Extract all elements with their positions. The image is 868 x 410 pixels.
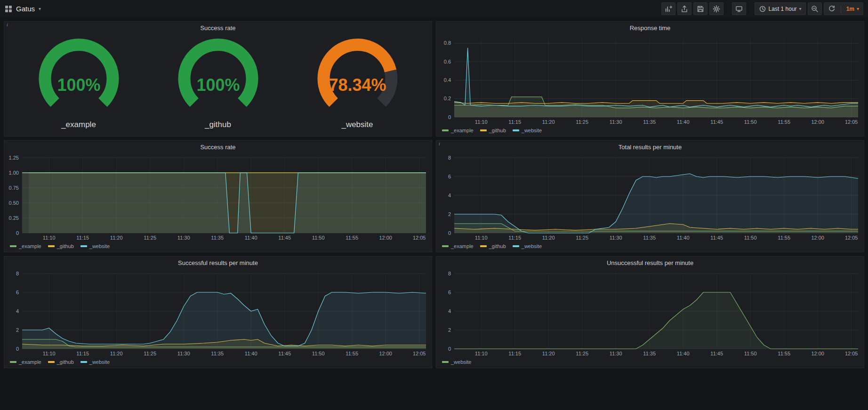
x-tick-label: 11:20 (542, 235, 555, 241)
legend-item-website[interactable]: _website (442, 359, 471, 365)
panel-header: Total results per minute (436, 141, 864, 153)
legend-item-github[interactable]: _github (48, 243, 74, 249)
legend-series-label: _example (19, 243, 41, 249)
x-tick-label: 11:55 (346, 351, 358, 356)
y-tick-label: 1.00 (9, 170, 19, 176)
divider (841, 5, 841, 13)
y-tick-label: 0 (448, 346, 451, 352)
x-tick-label: 11:25 (576, 235, 588, 241)
refresh-interval-label[interactable]: 1m (846, 6, 854, 12)
x-tick-label: 11:50 (744, 119, 757, 125)
legend-series-icon (10, 245, 16, 247)
cycle-view-button[interactable] (732, 2, 746, 15)
legend-item-github[interactable]: _github (48, 359, 74, 365)
y-tick-label: 2 (16, 327, 19, 333)
legend-item-github[interactable]: _github (480, 128, 506, 133)
gauge-value: 100% (57, 75, 100, 95)
gauge-row: 100% _example 100% _github 78.34% _webs (4, 34, 432, 136)
gauge-arc: 100% (24, 38, 134, 119)
x-tick-label: 11:10 (43, 351, 56, 356)
total-results-chart[interactable]: 0246811:1011:1511:2011:2511:3011:3511:40… (436, 153, 864, 242)
x-tick-label: 11:55 (778, 119, 790, 125)
x-tick-label: 11:35 (211, 235, 224, 241)
chart-legend: _website (436, 358, 864, 368)
panel-title[interactable]: Success rate (200, 144, 235, 151)
y-tick-label: 0.6 (444, 59, 451, 64)
zoom-out-button[interactable] (808, 2, 822, 15)
legend-item-example[interactable]: _example (10, 359, 41, 365)
panel-response-time: Response time 00.20.40.60.811:1011:1511:… (436, 21, 864, 137)
y-tick-label: 6 (448, 174, 451, 179)
dashboard-settings-button[interactable] (709, 2, 723, 15)
gauge-arc: 100% (163, 38, 273, 119)
legend-item-github[interactable]: _github (480, 243, 506, 249)
y-tick-label: 0.50 (9, 200, 19, 206)
time-range-label: Last 1 hour (769, 6, 797, 12)
legend-series-icon (10, 361, 16, 363)
legend-series-label: _example (19, 359, 41, 365)
unsuccessful-results-chart[interactable]: 0246811:1011:1511:2011:2511:3011:3511:40… (436, 269, 864, 358)
panel-header: Success rate (4, 141, 432, 153)
gauge-example: 100% _example (24, 38, 134, 129)
y-tick-label: 0.75 (9, 185, 19, 191)
legend-series-icon (442, 245, 449, 247)
clock-icon (759, 5, 766, 13)
y-tick-label: 0 (448, 230, 451, 236)
x-tick-label: 12:05 (845, 235, 858, 241)
x-tick-label: 11:15 (508, 119, 521, 125)
x-tick-label: 11:40 (245, 351, 257, 356)
dashboard-title-caret-icon[interactable]: ▾ (39, 7, 41, 11)
chart-body: 0246811:1011:1511:2011:2511:3011:3511:40… (4, 269, 432, 368)
panel-title[interactable]: Success rate (200, 24, 235, 32)
y-tick-label: 0.4 (444, 77, 451, 83)
panel-title[interactable]: Unsuccessful results per minute (607, 259, 693, 266)
gauge-label: _github (205, 120, 231, 129)
x-tick-label: 11:20 (542, 351, 555, 356)
gauge-label: _example (61, 120, 96, 129)
successful-results-chart[interactable]: 0246811:1011:1511:2011:2511:3011:3511:40… (4, 269, 432, 358)
share-icon (681, 5, 688, 13)
legend-item-website[interactable]: _website (80, 243, 110, 249)
x-tick-label: 11:40 (677, 119, 690, 125)
legend-item-example[interactable]: _example (442, 128, 474, 133)
legend-item-example[interactable]: _example (10, 243, 41, 249)
legend-item-website[interactable]: _website (80, 359, 110, 365)
panel-success-rate-series: Success rate 00.250.500.751.001.2511:101… (4, 140, 432, 252)
success-rate-chart[interactable]: 00.250.500.751.001.2511:1011:1511:2011:2… (4, 153, 432, 242)
x-tick-label: 11:40 (245, 235, 257, 241)
gauge-value: 78.34% (329, 75, 386, 95)
time-range-caret-icon: ▾ (799, 7, 802, 11)
legend-series-label: _github (489, 128, 506, 133)
gauge-github: 100% _github (163, 38, 273, 129)
add-panel-icon (665, 5, 672, 13)
y-tick-label: 0 (16, 230, 19, 236)
legend-series-icon (513, 129, 519, 131)
panel-header: Response time (436, 22, 864, 34)
legend-item-example[interactable]: _example (442, 243, 474, 249)
response-time-chart[interactable]: 00.20.40.60.811:1011:1511:2011:2511:3011… (436, 34, 864, 127)
x-tick-label: 11:50 (312, 235, 325, 241)
panel-title[interactable]: Total results per minute (619, 144, 682, 151)
share-dashboard-button[interactable] (677, 2, 691, 15)
time-range-picker[interactable]: Last 1 hour ▾ (755, 2, 806, 15)
dashboard-title[interactable]: Gatus (16, 5, 35, 13)
legend-item-website[interactable]: _website (513, 128, 542, 133)
y-tick-label: 2 (448, 211, 451, 217)
dashboard-grid-icon[interactable] (5, 5, 12, 13)
save-icon (697, 5, 704, 13)
legend-series-label: _website (522, 243, 542, 249)
legend-item-website[interactable]: _website (513, 243, 542, 249)
x-tick-label: 11:30 (177, 235, 190, 241)
panel-success-rate-gauges: i Success rate 100% _example 100% _githu… (4, 21, 432, 137)
save-dashboard-button[interactable] (693, 2, 707, 15)
refresh-interval-caret-icon[interactable]: ▾ (857, 7, 859, 11)
panel-title[interactable]: Successful results per minute (178, 259, 258, 266)
panel-title[interactable]: Response time (630, 24, 671, 32)
add-panel-button[interactable] (661, 2, 675, 15)
x-tick-label: 11:50 (744, 235, 757, 241)
refresh-controls[interactable]: 1m ▾ (824, 2, 863, 15)
chart-legend: _example_github_website (4, 358, 432, 368)
chart-legend: _example_github_website (436, 127, 864, 136)
y-tick-label: 6 (16, 289, 19, 295)
x-tick-label: 11:30 (177, 351, 190, 356)
